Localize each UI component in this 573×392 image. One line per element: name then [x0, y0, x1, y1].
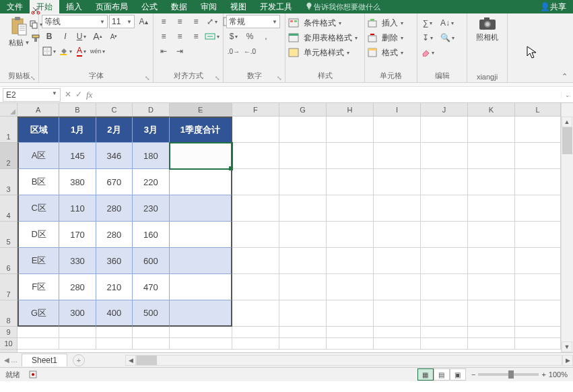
cell[interactable]: [327, 195, 374, 222]
tab-view[interactable]: 视图: [224, 0, 253, 15]
vertical-scrollbar[interactable]: ▲ ▼: [561, 103, 573, 352]
copy-button[interactable]: ▾: [28, 18, 43, 31]
cell[interactable]: [232, 143, 279, 169]
cell[interactable]: 346: [96, 143, 133, 169]
cell[interactable]: [232, 300, 279, 327]
cell[interactable]: [170, 169, 232, 195]
page-layout-view-button[interactable]: ▤: [434, 368, 450, 381]
dialog-launcher-icon[interactable]: ⤡: [145, 75, 150, 81]
cell-style-button[interactable]: 单元格样式▾: [288, 46, 349, 59]
tell-me-search[interactable]: 告诉我你想要做什么: [304, 2, 380, 12]
cell[interactable]: [421, 300, 468, 327]
cell[interactable]: 2月: [96, 117, 133, 143]
scroll-up-icon[interactable]: ▲: [562, 117, 572, 127]
fx-icon[interactable]: fx: [86, 90, 92, 100]
row-header[interactable]: 7: [0, 274, 17, 300]
decrease-font-button[interactable]: A▾: [106, 30, 121, 43]
cell[interactable]: 380: [59, 169, 96, 195]
cell[interactable]: [232, 274, 279, 300]
cell[interactable]: [170, 195, 232, 222]
row-header[interactable]: 1: [0, 117, 17, 143]
cell[interactable]: [421, 338, 468, 350]
cell[interactable]: [232, 338, 279, 350]
cell[interactable]: [327, 248, 374, 274]
cell[interactable]: [133, 327, 169, 338]
column-header[interactable]: K: [468, 103, 515, 117]
orientation-button[interactable]: ⤢▾: [205, 15, 220, 28]
fill-color-button[interactable]: ▾: [58, 44, 73, 58]
cell[interactable]: [421, 327, 468, 338]
cell[interactable]: [96, 338, 133, 350]
cell[interactable]: [96, 327, 133, 338]
cancel-formula-icon[interactable]: ✕: [65, 90, 71, 100]
sheet-tab[interactable]: Sheet1: [22, 354, 67, 366]
tab-review[interactable]: 审阅: [194, 0, 224, 15]
cell[interactable]: [421, 195, 468, 222]
cell[interactable]: [279, 274, 327, 300]
cell[interactable]: [18, 338, 59, 350]
cell[interactable]: [59, 338, 96, 350]
cell[interactable]: [232, 195, 279, 222]
cell[interactable]: [421, 169, 468, 195]
increase-decimal-button[interactable]: .0→: [226, 44, 241, 58]
cell[interactable]: 400: [96, 300, 133, 327]
cell[interactable]: [327, 274, 374, 300]
column-header[interactable]: F: [232, 103, 279, 117]
cell[interactable]: [327, 117, 374, 143]
row-header[interactable]: 9: [0, 327, 17, 338]
dialog-launcher-icon[interactable]: ⤡: [30, 75, 36, 81]
font-color-button[interactable]: A▾: [74, 44, 89, 58]
zoom-out-button[interactable]: −: [471, 370, 475, 379]
cell[interactable]: [374, 274, 421, 300]
dialog-launcher-icon[interactable]: ⤡: [215, 75, 220, 81]
row-header[interactable]: 6: [0, 248, 17, 274]
formula-input[interactable]: [96, 94, 561, 96]
scroll-left-icon[interactable]: ◀: [125, 355, 136, 366]
cell[interactable]: 160: [133, 222, 169, 248]
macro-record-icon[interactable]: [26, 368, 40, 381]
cell[interactable]: [468, 300, 515, 327]
bold-button[interactable]: B: [42, 30, 57, 43]
cell[interactable]: [279, 195, 327, 222]
column-headers[interactable]: ABCDEFGHIJKL: [18, 103, 561, 117]
cell[interactable]: [374, 300, 421, 327]
cell[interactable]: [279, 117, 327, 143]
cell[interactable]: [468, 169, 515, 195]
row-header[interactable]: 2: [0, 143, 17, 169]
cell[interactable]: 110: [59, 195, 96, 222]
cell[interactable]: [515, 117, 561, 143]
cell[interactable]: [515, 143, 561, 169]
cell[interactable]: [170, 274, 232, 300]
cell[interactable]: [374, 143, 421, 169]
cell[interactable]: [468, 248, 515, 274]
cell[interactable]: [468, 222, 515, 248]
tab-formulas[interactable]: 公式: [135, 0, 164, 15]
cell[interactable]: B区: [18, 169, 59, 195]
cell[interactable]: [232, 169, 279, 195]
cell[interactable]: 230: [133, 195, 169, 222]
cell[interactable]: [515, 274, 561, 300]
cell[interactable]: [279, 169, 327, 195]
cell[interactable]: [374, 338, 421, 350]
sheet-nav-more-icon[interactable]: …: [11, 356, 18, 364]
cell[interactable]: 500: [133, 300, 169, 327]
cell[interactable]: [421, 222, 468, 248]
font-name-combo[interactable]: 等线▼: [42, 15, 108, 28]
cell[interactable]: [18, 327, 59, 338]
cell[interactable]: [232, 248, 279, 274]
cell[interactable]: G区: [18, 300, 59, 327]
zoom-slider[interactable]: [478, 373, 539, 376]
sort-filter-button[interactable]: A↓▾: [436, 16, 458, 30]
cell[interactable]: [279, 300, 327, 327]
column-header[interactable]: H: [327, 103, 374, 117]
increase-indent-button[interactable]: ⇥: [172, 44, 187, 58]
add-sheet-button[interactable]: +: [73, 354, 85, 366]
cell[interactable]: A区: [18, 143, 59, 169]
cell[interactable]: C区: [18, 195, 59, 222]
sheet-nav-prev-icon[interactable]: ◀: [4, 356, 9, 364]
cell[interactable]: [279, 222, 327, 248]
cell[interactable]: 区域: [18, 117, 59, 143]
comma-button[interactable]: ,: [259, 30, 273, 43]
cell[interactable]: [515, 338, 561, 350]
phonetic-button[interactable]: wén▾: [90, 44, 105, 58]
